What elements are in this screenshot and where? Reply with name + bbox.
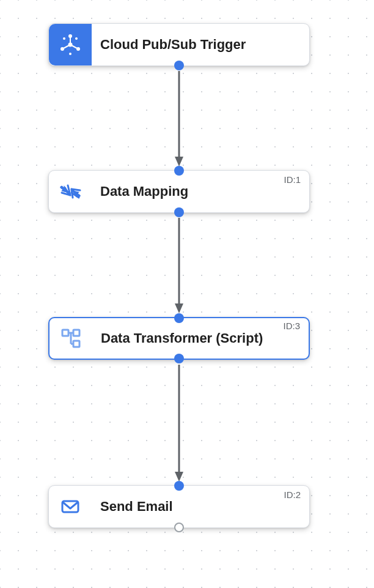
node-pubsub-trigger[interactable]: Cloud Pub/Sub Trigger: [48, 23, 310, 66]
svg-point-4: [63, 37, 65, 40]
svg-marker-17: [175, 303, 183, 313]
send-email-icon: [49, 486, 92, 527]
svg-line-8: [62, 45, 70, 49]
input-port[interactable]: [174, 166, 184, 176]
data-transformer-icon: [50, 318, 92, 359]
output-port[interactable]: [174, 354, 184, 363]
svg-point-6: [69, 53, 72, 55]
output-port[interactable]: [174, 207, 184, 217]
node-id-label: ID:2: [284, 489, 301, 500]
node-id-label: ID:3: [283, 321, 300, 331]
svg-line-9: [70, 45, 78, 49]
edge: [173, 213, 185, 317]
edge: [173, 66, 185, 170]
svg-point-5: [75, 37, 78, 40]
node-data-transformer[interactable]: ID:3 Data Transformer (Script): [48, 317, 310, 360]
svg-rect-18: [62, 330, 68, 336]
data-mapping-icon: [49, 171, 92, 212]
output-port[interactable]: [174, 61, 184, 70]
input-port[interactable]: [174, 481, 184, 491]
node-label: Send Email: [92, 499, 184, 515]
svg-marker-25: [175, 472, 183, 482]
pubsub-icon: [49, 24, 92, 65]
edge: [173, 360, 185, 485]
node-data-mapping[interactable]: ID:1: [48, 170, 310, 213]
node-id-label: ID:1: [284, 174, 301, 185]
node-label: Cloud Pub/Sub Trigger: [92, 37, 257, 53]
node-send-email[interactable]: ID:2 Send Email: [48, 485, 310, 528]
svg-rect-20: [73, 341, 79, 347]
svg-marker-11: [175, 157, 183, 166]
node-label: Data Transformer (Script): [92, 330, 274, 346]
svg-rect-19: [73, 330, 79, 336]
input-port[interactable]: [174, 313, 184, 323]
flow-canvas[interactable]: Cloud Pub/Sub Trigger ID:1: [0, 0, 374, 588]
output-port-empty[interactable]: [174, 523, 184, 532]
node-label: Data Mapping: [92, 184, 199, 199]
